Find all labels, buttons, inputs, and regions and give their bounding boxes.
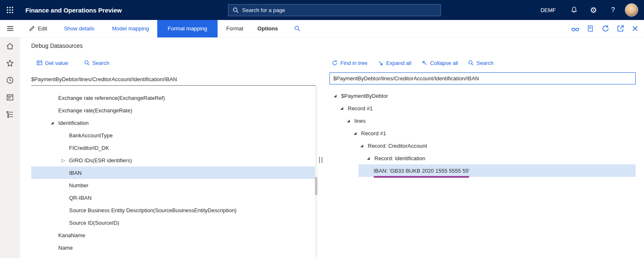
tree-node[interactable]: Source ID(SourceID): [31, 216, 316, 229]
avatar[interactable]: [625, 3, 638, 17]
bell-icon: [570, 6, 578, 14]
tree-node[interactable]: ▷ GIRO IDs(ESR identifiers): [31, 154, 316, 166]
find-in-tree-button[interactable]: Find in tree: [332, 60, 367, 66]
main-content: Debug Datasources Get value Search: [20, 37, 644, 258]
top-navigation-bar: Finance and Operations Preview DEMF ⚙ ?: [0, 0, 644, 20]
tree-node[interactable]: ◢ $PaymentByDebtor: [329, 89, 636, 102]
get-value-icon: [37, 60, 42, 66]
waffle-menu-button[interactable]: [0, 0, 20, 20]
home-icon: [6, 42, 14, 50]
left-search-label: Search: [92, 60, 109, 66]
tree-node-label: BankAccountType: [69, 132, 113, 139]
get-value-button[interactable]: Get value: [37, 60, 68, 66]
right-search-button[interactable]: Search: [468, 60, 493, 66]
tree-node-label: $PaymentByDebtor: [341, 93, 388, 99]
tree-node[interactable]: Source Business Entity Description(Sourc…: [31, 204, 316, 216]
tree-node[interactable]: IBAN: 'GB33 BUKB 2020 1555 5555 55': [359, 164, 636, 177]
show-details-label: Show details: [64, 25, 94, 32]
waffle-icon: [6, 6, 14, 14]
tree-node[interactable]: FICreditorID_DK: [31, 141, 316, 154]
page-search-input[interactable]: [242, 7, 436, 13]
tree-node[interactable]: KanaName: [31, 229, 316, 241]
tree-node[interactable]: IBAN: [31, 166, 316, 179]
tree-toggle-icon[interactable]: ◢: [354, 131, 361, 135]
tree-node[interactable]: ◢ lines: [329, 114, 636, 127]
tree-node-label: Identification: [58, 120, 89, 126]
tree-toggle-icon[interactable]: ◢: [347, 119, 354, 123]
tree-node-label: QR-IBAN: [69, 195, 92, 201]
page-search-box[interactable]: [228, 4, 441, 16]
app-title: Finance and Operations Preview: [25, 7, 122, 14]
left-panel-toolbar: Get value Search: [31, 58, 322, 67]
left-search-button[interactable]: Search: [84, 60, 109, 66]
datasource-values-panel: Find in tree Expand all Collapse all: [329, 58, 636, 258]
personalization-button[interactable]: [571, 25, 580, 33]
rail-home-button[interactable]: [0, 37, 20, 55]
rail-module-button[interactable]: [0, 89, 20, 106]
refresh-button[interactable]: [602, 25, 609, 32]
rail-hierarchy-button[interactable]: [0, 106, 20, 123]
tree-node[interactable]: ◢ Record #1: [329, 102, 636, 114]
open-in-new-window-button[interactable]: [617, 25, 624, 32]
module-icon: [6, 93, 14, 102]
notifications-button[interactable]: [564, 0, 584, 20]
gear-icon: ⚙: [590, 6, 597, 14]
tab-format[interactable]: Format: [226, 25, 243, 32]
right-panel-toolbar: Find in tree Expand all Collapse all: [329, 58, 636, 67]
show-details-button[interactable]: Show details: [64, 25, 94, 32]
model-mapping-button[interactable]: Model mapping: [112, 25, 149, 32]
tree-node[interactable]: Exchange rate reference(ExchangeRateRef): [31, 92, 316, 104]
help-button[interactable]: ?: [603, 0, 623, 20]
close-button[interactable]: [632, 25, 639, 32]
tree-node[interactable]: ◢ Record: Identification: [329, 152, 636, 164]
navigation-pane-toggle[interactable]: [0, 25, 20, 32]
tree-node[interactable]: Number: [31, 179, 316, 191]
search-icon: [468, 60, 474, 66]
company-picker[interactable]: DEMF: [532, 0, 564, 20]
tab-format-mapping[interactable]: Format mapping: [157, 20, 218, 37]
tree-node[interactable]: QR-IBAN: [31, 191, 316, 204]
tree-node-label: Exchange rate reference(ExchangeRateRef): [58, 95, 165, 101]
tree-node-label: Name: [58, 245, 73, 251]
task-guide-button[interactable]: [587, 25, 594, 32]
tree-toggle-icon[interactable]: ◢: [367, 156, 374, 160]
tree-node-label: Source Business Entity Description(Sourc…: [69, 207, 236, 213]
tree-node[interactable]: Name: [31, 241, 316, 254]
action-search-button[interactable]: [294, 25, 300, 32]
close-icon: [632, 25, 639, 32]
clipped-row-spacer: [31, 86, 316, 92]
tree-node-label: IBAN: 'GB33 BUKB 2020 1555 5555 55': [374, 168, 469, 174]
edit-label: Edit: [38, 25, 47, 32]
tree-node[interactable]: ◢ Record #1: [329, 127, 636, 139]
tree-toggle-icon[interactable]: ▷: [62, 158, 69, 163]
tree-node[interactable]: Exchange rate(ExchangeRate): [31, 104, 316, 117]
tree-toggle-icon[interactable]: ◢: [334, 94, 341, 98]
expand-all-button[interactable]: Expand all: [377, 60, 411, 66]
search-icon: [84, 60, 90, 66]
collapse-all-label: Collapse all: [430, 60, 458, 66]
tab-options[interactable]: Options: [258, 25, 278, 32]
glasses-icon: [571, 25, 580, 33]
tree-toggle-icon[interactable]: ◢: [340, 107, 348, 110]
expand-all-icon: [377, 60, 384, 66]
tree-node-label: Record: Identification: [374, 155, 425, 161]
tree-toggle-icon[interactable]: ◢: [51, 121, 58, 125]
panel-splitter-grip[interactable]: [319, 157, 322, 163]
tree-node-label: IBAN: [69, 170, 82, 176]
action-pane: Edit Show details Model mapping Format m…: [0, 20, 644, 37]
datasource-path-input[interactable]: [329, 72, 636, 84]
rail-favorites-button[interactable]: [0, 55, 20, 72]
tree-toggle-icon[interactable]: ◢: [360, 144, 368, 148]
hierarchy-icon: [6, 110, 14, 119]
edit-button[interactable]: Edit: [29, 25, 47, 32]
left-tree-scrollbar[interactable]: [315, 86, 317, 257]
settings-button[interactable]: ⚙: [584, 0, 603, 20]
collapse-all-button[interactable]: Collapse all: [421, 60, 458, 66]
left-tree-scrollbar-thumb[interactable]: [315, 177, 317, 195]
clock-icon: [6, 76, 14, 84]
right-search-label: Search: [476, 60, 493, 66]
tree-node[interactable]: ◢ Record: CreditorAccount: [329, 139, 636, 152]
tree-node[interactable]: BankAccountType: [31, 129, 316, 141]
rail-recent-button[interactable]: [0, 72, 20, 89]
tree-node[interactable]: ◢ Identification: [31, 117, 316, 129]
